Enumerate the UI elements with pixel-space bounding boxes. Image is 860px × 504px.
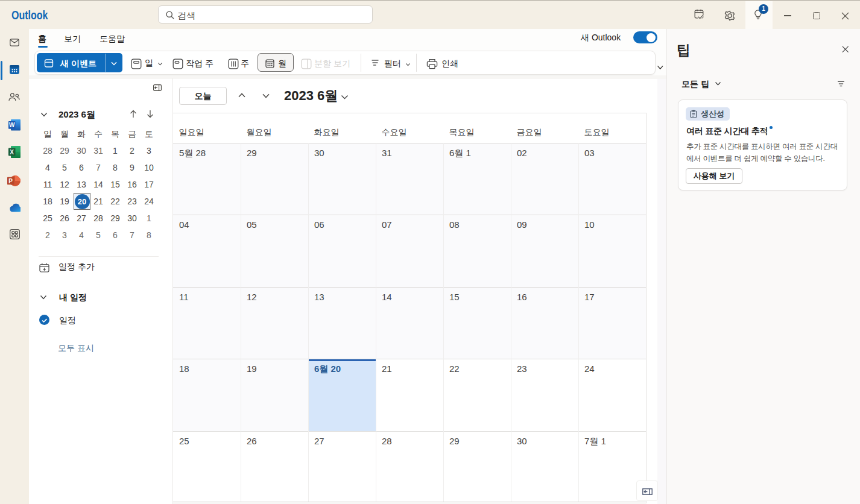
svg-text:P: P — [8, 178, 13, 184]
svg-text:X: X — [10, 149, 14, 156]
svg-text:W: W — [9, 122, 15, 128]
